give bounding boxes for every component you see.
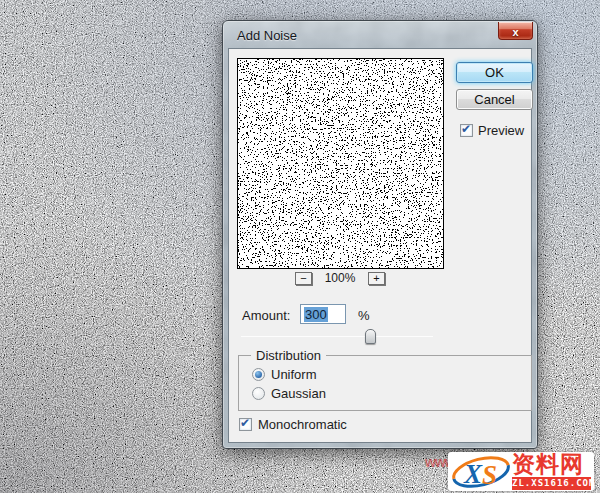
preview-checkbox-checked-icon[interactable]: ✔ — [460, 124, 473, 137]
radio-gaussian-label[interactable]: Gaussian — [271, 386, 326, 401]
amount-input[interactable]: 300 — [300, 304, 346, 324]
monochromatic-label[interactable]: Monochromatic — [258, 417, 347, 432]
preview-checkbox-row[interactable]: ✔ Preview — [460, 123, 524, 138]
monochromatic-checkbox-row[interactable]: ✔ Monochromatic — [239, 417, 347, 432]
logo-letter-x: X — [463, 459, 483, 489]
amount-value-selected-text: 300 — [304, 307, 328, 322]
amount-slider[interactable] — [241, 328, 433, 346]
ok-button[interactable]: OK — [456, 62, 533, 83]
amount-label: Amount: — [242, 308, 290, 323]
dialog-body: − 100% + Amount: 300 % Distribution — [228, 48, 532, 443]
radio-uniform[interactable]: Uniform — [252, 367, 317, 381]
checkbox-checked-icon[interactable]: ✔ — [239, 418, 252, 431]
check-icon: ✔ — [240, 416, 250, 430]
radio-uniform-label[interactable]: Uniform — [271, 367, 317, 382]
watermark-site-url: ZL.XS1616.COM — [512, 477, 591, 490]
xs-logo-icon: X S — [449, 453, 513, 490]
minus-icon: − — [300, 272, 306, 284]
watermark-site-name: 资料网 — [512, 452, 584, 477]
dialog-titlebar[interactable]: Add Noise x — [223, 21, 537, 48]
plus-icon: + — [373, 272, 379, 284]
amount-unit-label: % — [358, 308, 370, 323]
logo-letter-s: S — [482, 460, 497, 490]
amount-slider-thumb[interactable] — [365, 329, 376, 344]
radio-unselected-icon[interactable] — [252, 387, 265, 400]
photoshop-canvas: Add Noise x — [0, 0, 600, 493]
check-icon: ✔ — [461, 122, 471, 136]
zoom-out-button[interactable]: − — [295, 272, 312, 285]
add-noise-dialog: Add Noise x — [222, 20, 538, 449]
distribution-group: Distribution Uniform Gaussian — [238, 355, 532, 411]
dialog-title: Add Noise — [237, 28, 297, 43]
distribution-legend: Distribution — [251, 348, 326, 363]
noise-preview-thumbnail[interactable] — [237, 58, 444, 269]
close-button[interactable]: x — [498, 22, 533, 40]
zoom-in-button[interactable]: + — [368, 272, 385, 285]
site-watermark: X S 资料网 ZL.XS1616.COM — [448, 452, 594, 491]
close-icon: x — [512, 26, 518, 38]
preview-checkbox-label[interactable]: Preview — [478, 123, 524, 138]
radio-selected-icon[interactable] — [252, 368, 265, 381]
amount-slider-track[interactable] — [241, 336, 433, 337]
zoom-level-label: 100% — [314, 271, 366, 285]
cancel-button[interactable]: Cancel — [456, 89, 533, 110]
radio-gaussian[interactable]: Gaussian — [252, 386, 326, 400]
